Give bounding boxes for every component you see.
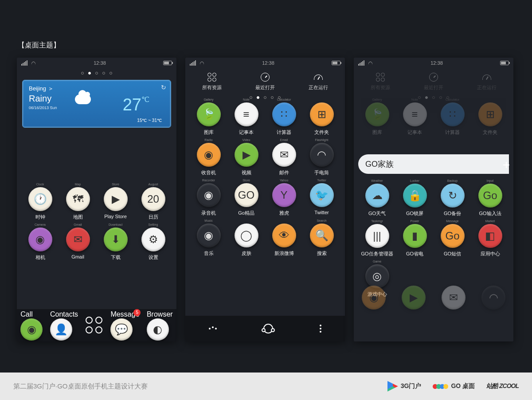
- app-邮件[interactable]: Email ✉ 邮件: [265, 143, 303, 176]
- app-icon[interactable]: 🕐: [28, 187, 52, 211]
- app-GO备份[interactable]: Backup ↻ GO备份: [434, 184, 471, 217]
- dock-Call[interactable]: Call ◉: [20, 310, 43, 341]
- app-icon[interactable]: ⚙: [141, 227, 165, 251]
- app-GO天气[interactable]: Weather ☁ GO天气: [358, 184, 396, 217]
- app-icon[interactable]: GO: [235, 183, 258, 207]
- weather-widget[interactable]: Beijing ＞ Rainy 06/16/2013 Sun 27℃ 15℃ ~…: [22, 80, 171, 128]
- app-icon[interactable]: ◎: [365, 264, 389, 288]
- app-应用中心[interactable]: Market ◧ 应用中心: [471, 224, 509, 257]
- weather-city[interactable]: Beijing ＞: [29, 85, 164, 93]
- app-label: GO输入法: [479, 210, 501, 217]
- app-icon[interactable]: Go: [441, 224, 465, 248]
- dock-Contacts[interactable]: Contacts 👤: [50, 310, 78, 341]
- app-新浪微博[interactable]: 👁 新浪微博: [265, 224, 303, 257]
- app-雅虎[interactable]: Yahoo Y 雅虎: [265, 183, 303, 216]
- app-icon[interactable]: ◉: [197, 224, 221, 247]
- app-icon[interactable]: ✉: [66, 227, 90, 251]
- tab-icon: [428, 72, 439, 82]
- status-bar: 12:38: [354, 58, 513, 68]
- refresh-icon[interactable]: ↻: [161, 84, 166, 91]
- app-icon[interactable]: ◉: [197, 183, 221, 207]
- app-label: GO备份: [444, 210, 461, 217]
- app-手电筒[interactable]: Flashlight ◠ 手电筒: [303, 143, 340, 176]
- app-皮肤[interactable]: ◯ 皮肤: [227, 224, 265, 257]
- app-icon[interactable]: ◉: [197, 143, 221, 167]
- dock-sublabel: Contacts: [50, 310, 78, 318]
- app-icon[interactable]: ≡: [235, 102, 258, 126]
- app-GO输入法[interactable]: Input Go GO输入法: [471, 184, 509, 217]
- tab-icon: [207, 72, 217, 82]
- app-icon[interactable]: ◧: [478, 224, 502, 248]
- app-GO短信[interactable]: Message Go GO短信: [434, 224, 471, 257]
- tab-0[interactable]: 所有资源: [371, 72, 390, 91]
- tab-2[interactable]: 正在运行: [477, 72, 497, 91]
- app-图库[interactable]: Gallery 🍃 图库: [190, 102, 227, 136]
- nav-home-icon[interactable]: [263, 324, 273, 333]
- app-Twitter[interactable]: Twitter 🐦 Twitter: [303, 183, 340, 216]
- dock-Message[interactable]: Message 💬 5: [110, 310, 139, 341]
- tab-0[interactable]: 所有资源: [202, 72, 222, 91]
- app-icon[interactable]: Go: [478, 184, 502, 208]
- app-icon[interactable]: ⊞: [310, 102, 334, 126]
- app-GO锁屏[interactable]: Locker 🔒 GO锁屏: [396, 184, 434, 217]
- folder-title-bar[interactable]: GO家族: [358, 154, 509, 174]
- app-收音机[interactable]: Radio ◉ 收音机: [190, 143, 227, 176]
- app-日历[interactable]: August 20 日历: [134, 187, 172, 220]
- app-icon[interactable]: ◯: [235, 224, 258, 247]
- app-文件夹[interactable]: ⊞ 文件夹: [303, 102, 340, 136]
- dock-Browser[interactable]: Browser ◐: [147, 310, 173, 341]
- app-icon[interactable]: ▶: [104, 187, 128, 211]
- nav-menu-icon[interactable]: [209, 328, 217, 329]
- app-icon[interactable]: ☁: [365, 184, 389, 208]
- app-label: GO任务管理器: [361, 251, 393, 257]
- app-记事本[interactable]: Note ≡ 记事本: [227, 102, 265, 136]
- app-视频[interactable]: Video ▶ 视频: [227, 143, 265, 176]
- app-Gmail[interactable]: Gmail ✉ Gmail: [59, 227, 97, 261]
- app-sublabel: Yahoo: [280, 179, 289, 182]
- app-icon[interactable]: ▮: [403, 224, 427, 248]
- app-icon[interactable]: |||: [365, 224, 389, 248]
- app-icon[interactable]: ▶: [235, 143, 258, 167]
- app-计算器: Calculator ∷ 计算器: [434, 102, 471, 136]
- app-sublabel: Note: [411, 98, 418, 101]
- dock-drawer-button[interactable]: [86, 317, 103, 334]
- tab-1[interactable]: 最近打开: [255, 72, 275, 91]
- add-button[interactable]: +: [498, 157, 513, 173]
- app-GO省电[interactable]: Power ▮ GO省电: [396, 224, 434, 257]
- app-Play Store[interactable]: Store ▶ Play Store: [97, 187, 134, 220]
- nav-more-icon[interactable]: [320, 325, 321, 333]
- app-icon[interactable]: 🐦: [310, 183, 334, 207]
- app-icon[interactable]: ✉: [272, 143, 296, 167]
- tab-2[interactable]: 正在运行: [309, 72, 328, 91]
- app-icon[interactable]: ◠: [310, 143, 334, 167]
- app-icon[interactable]: ↻: [441, 184, 465, 208]
- dim-app-icon: ◠: [481, 286, 505, 310]
- app-icon[interactable]: 🍃: [197, 102, 221, 126]
- app-icon[interactable]: 🔍: [310, 224, 334, 247]
- app-计算器[interactable]: Calculator ∷ 计算器: [265, 102, 303, 136]
- app-设置[interactable]: Setting ⚙ 设置: [134, 227, 172, 261]
- app-icon[interactable]: Y: [272, 183, 296, 207]
- app-icon[interactable]: 👁: [272, 224, 296, 247]
- app-icon[interactable]: 20: [141, 187, 165, 211]
- app-地图[interactable]: Map 🗺 地图: [59, 187, 97, 220]
- app-Go精品[interactable]: Store GO Go精品: [227, 183, 265, 216]
- app-时钟[interactable]: Clock 🕐 时钟: [21, 187, 59, 220]
- app-GO任务管理器[interactable]: Taskmgr ||| GO任务管理器: [358, 224, 396, 257]
- tab-label: 正在运行: [309, 84, 328, 91]
- app-下载[interactable]: Download ⬇ 下载: [97, 227, 134, 261]
- app-音乐[interactable]: Music ◉ 音乐: [190, 224, 227, 257]
- app-label: 音乐: [204, 250, 214, 257]
- app-sublabel: Taskmgr: [371, 220, 383, 223]
- tab-1[interactable]: 最近打开: [424, 72, 443, 91]
- app-搜索[interactable]: Search 🔍 搜索: [303, 224, 340, 257]
- app-相机[interactable]: Camera ◉ 相机: [21, 227, 59, 261]
- app-录音机[interactable]: Recorder ◉ 录音机: [190, 183, 227, 216]
- app-文件夹: ⊞ 文件夹: [471, 102, 509, 136]
- app-icon[interactable]: ∷: [272, 102, 296, 126]
- app-label: 雅虎: [279, 210, 289, 216]
- app-icon[interactable]: ⬇: [104, 227, 128, 251]
- app-icon[interactable]: ◉: [28, 227, 52, 251]
- app-icon[interactable]: 🗺: [66, 187, 90, 211]
- app-icon[interactable]: 🔒: [403, 184, 427, 208]
